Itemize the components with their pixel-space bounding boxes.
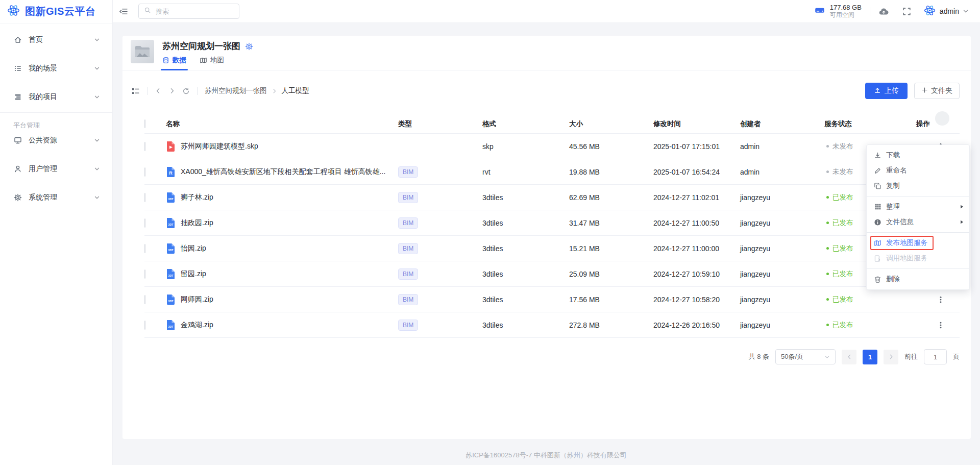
database-icon <box>162 57 169 64</box>
file-size: 31.47 MB <box>569 219 653 227</box>
invoke-map-icon <box>874 255 881 262</box>
sidebar-item[interactable]: 我的场景 <box>0 54 112 83</box>
status-dot <box>826 145 829 148</box>
table-row[interactable]: 3DT 狮子林.zip BIM 3dtiles 62.69 MB 2024-12… <box>144 185 960 210</box>
context-menu-item[interactable]: 删除 <box>867 272 969 287</box>
page-title: 苏州空间规划一张图 <box>162 40 240 52</box>
row-checkbox[interactable] <box>144 244 145 253</box>
tree-view-icon[interactable] <box>131 87 140 95</box>
context-menu-item[interactable]: 重命名 <box>867 163 969 178</box>
pagination: 共 8 条 50条/页 1 前往 页 <box>122 349 960 364</box>
table-header-row: 名称 类型 格式 大小 修改时间 创建者 服务状态 操作 <box>144 114 960 134</box>
avatar <box>923 4 936 19</box>
file-name[interactable]: XA000_雄忻高铁雄安新区地下段相关配套工程项目 雄忻高铁雄... <box>181 167 385 177</box>
content-card: 苏州空间规划一张图 数据 地图 <box>122 36 971 439</box>
fullscreen-icon[interactable] <box>902 7 911 16</box>
file-creator: jiangzeyu <box>740 270 824 278</box>
table-row[interactable]: 3DT 留园.zip BIM 3dtiles 25.09 MB 2024-12-… <box>144 261 960 287</box>
breadcrumb-item[interactable]: 苏州空间规划一张图 <box>205 86 267 95</box>
row-checkbox[interactable] <box>144 218 145 228</box>
breadcrumb: 苏州空间规划一张图 人工模型 <box>205 86 309 95</box>
organize-icon <box>874 203 881 211</box>
table-row[interactable]: 苏州网师园建筑模型.skp skp 45.56 MB 2025-01-07 17… <box>144 134 960 159</box>
file-name[interactable]: 怡园.zip <box>181 244 206 253</box>
sidebar-item[interactable]: 用户管理 <box>0 155 112 183</box>
sidebar-item[interactable]: 系统管理 <box>0 183 112 212</box>
user-menu[interactable]: admin <box>923 4 969 19</box>
menu-item-label: 整理 <box>886 202 900 211</box>
back-icon[interactable] <box>155 87 162 94</box>
tab-map[interactable]: 地图 <box>200 56 224 70</box>
table-row[interactable]: 3DT 网师园.zip BIM 3dtiles 17.56 MB 2024-12… <box>144 287 960 312</box>
status-dot <box>826 170 829 173</box>
table-row[interactable]: 3DT 金鸡湖.zip BIM 3dtiles 272.8 MB 2024-12… <box>144 312 960 338</box>
select-all-checkbox[interactable] <box>144 119 145 128</box>
table-row[interactable]: 3DT 拙政园.zip BIM 3dtiles 31.47 MB 2024-12… <box>144 210 960 236</box>
prev-page-button[interactable] <box>842 350 856 364</box>
breadcrumb-item-current[interactable]: 人工模型 <box>282 86 309 95</box>
refresh-icon[interactable] <box>182 87 190 95</box>
sidebar-collapse-icon[interactable] <box>119 7 128 16</box>
row-checkbox[interactable] <box>144 295 145 304</box>
page-size-select[interactable]: 50条/页 <box>775 349 836 364</box>
search-box[interactable] <box>138 4 239 19</box>
sidebar-item[interactable]: 首页 <box>0 26 112 54</box>
row-more-icon[interactable] <box>934 293 947 306</box>
chevron-down-icon <box>94 194 100 201</box>
file-name[interactable]: 金鸡湖.zip <box>181 321 213 330</box>
status-dot <box>826 273 829 275</box>
chevron-down-icon <box>94 166 100 172</box>
sidebar-item[interactable]: 我的项目 <box>0 83 112 111</box>
folder-label: 文件夹 <box>931 86 952 95</box>
goto-page-input[interactable] <box>924 349 947 364</box>
context-menu-item-highlighted[interactable]: 发布地图服务 <box>867 235 969 251</box>
file-type-icon <box>166 141 176 152</box>
upload-button[interactable]: 上传 <box>865 83 908 99</box>
app-logo[interactable]: 图新GIS云平台 <box>0 0 112 23</box>
sidebar-item[interactable]: 公共资源 <box>0 126 112 155</box>
cloud-upload-icon[interactable] <box>878 7 889 16</box>
tab-data[interactable]: 数据 <box>162 56 186 70</box>
search-input[interactable] <box>155 7 247 16</box>
status-dot <box>826 247 829 250</box>
file-name[interactable]: 拙政园.zip <box>181 218 213 228</box>
file-name[interactable]: 留园.zip <box>181 270 206 279</box>
file-name[interactable]: 苏州网师园建筑模型.skp <box>181 142 258 151</box>
file-name[interactable]: 狮子林.zip <box>181 193 213 202</box>
row-checkbox[interactable] <box>144 193 145 202</box>
forward-icon[interactable] <box>168 87 176 94</box>
file-size: 62.69 MB <box>569 193 653 202</box>
breadcrumb-separator-icon <box>272 88 277 94</box>
context-menu-item[interactable]: 整理 <box>867 199 969 214</box>
page-size-value: 50条/页 <box>781 352 803 361</box>
row-context-menu: 下载 重命名 复制 整理 文件信息 发布地图服务 <box>866 144 970 290</box>
column-settings-button[interactable] <box>935 111 949 126</box>
file-format: skp <box>482 142 569 151</box>
row-checkbox[interactable] <box>144 321 145 330</box>
table-row[interactable]: R XA000_雄忻高铁雄安新区地下段相关配套工程项目 雄忻高铁雄... BIM… <box>144 159 960 185</box>
rename-icon <box>874 167 881 175</box>
file-type-icon: R <box>166 166 176 178</box>
upload-icon <box>874 87 881 95</box>
status-label: 已发布 <box>832 244 853 253</box>
row-checkbox[interactable] <box>144 142 145 151</box>
context-menu-item[interactable]: 下载 <box>867 148 969 163</box>
page-number-button[interactable]: 1 <box>863 350 877 364</box>
table-row[interactable]: 3DT 怡园.zip BIM 3dtiles 15.21 MB 2024-12-… <box>144 236 960 261</box>
context-menu-item[interactable]: 文件信息 <box>867 214 969 230</box>
file-name[interactable]: 网师园.zip <box>181 295 213 304</box>
type-badge: BIM <box>398 268 418 280</box>
next-page-button[interactable] <box>884 350 898 364</box>
col-header-status: 服务状态 <box>824 119 911 129</box>
row-more-icon[interactable] <box>934 319 947 332</box>
context-menu-item[interactable]: 复制 <box>867 178 969 193</box>
new-folder-button[interactable]: 文件夹 <box>914 83 960 99</box>
project-settings-gear-icon[interactable] <box>245 42 253 51</box>
status-label: 未发布 <box>832 167 853 177</box>
row-checkbox[interactable] <box>144 270 145 279</box>
row-checkbox[interactable] <box>144 167 145 177</box>
col-header-creator: 创建者 <box>740 119 824 129</box>
copy-icon <box>874 182 881 190</box>
file-format: 3dtiles <box>482 219 569 227</box>
file-modified: 2024-12-27 11:02:01 <box>653 193 740 202</box>
